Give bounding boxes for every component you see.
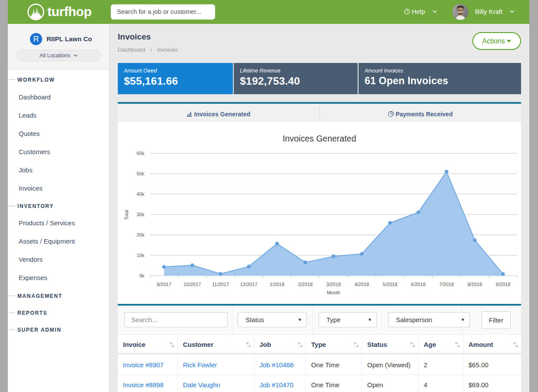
svg-text:30k: 30k — [136, 212, 144, 217]
svg-text:2/2018: 2/2018 — [298, 282, 313, 287]
svg-text:Month: Month — [327, 290, 340, 295]
svg-text:11/2017: 11/2017 — [212, 282, 229, 287]
svg-text:50k: 50k — [136, 171, 144, 176]
svg-text:9/2018: 9/2018 — [496, 282, 511, 287]
svg-text:0k: 0k — [139, 273, 144, 278]
svg-text:3/2018: 3/2018 — [326, 282, 341, 287]
svg-text:Total: Total — [124, 210, 129, 220]
svg-text:Invoices Generated: Invoices Generated — [282, 134, 356, 143]
svg-text:20k: 20k — [136, 232, 144, 237]
svg-text:7/2018: 7/2018 — [439, 282, 454, 287]
svg-text:1/2018: 1/2018 — [270, 282, 285, 287]
svg-text:?: ? — [406, 9, 408, 13]
svg-text:8/2018: 8/2018 — [468, 282, 482, 287]
svg-text:5/2018: 5/2018 — [383, 282, 398, 287]
svg-text:9/2017: 9/2017 — [157, 282, 172, 287]
svg-text:12/2017: 12/2017 — [240, 282, 258, 287]
svg-text:60k: 60k — [136, 151, 144, 156]
svg-text:10k: 10k — [136, 253, 144, 258]
svg-text:10/2017: 10/2017 — [184, 282, 201, 287]
svg-text:40k: 40k — [136, 191, 144, 197]
svg-text:4/2018: 4/2018 — [355, 282, 369, 287]
svg-text:6/2018: 6/2018 — [411, 282, 426, 287]
